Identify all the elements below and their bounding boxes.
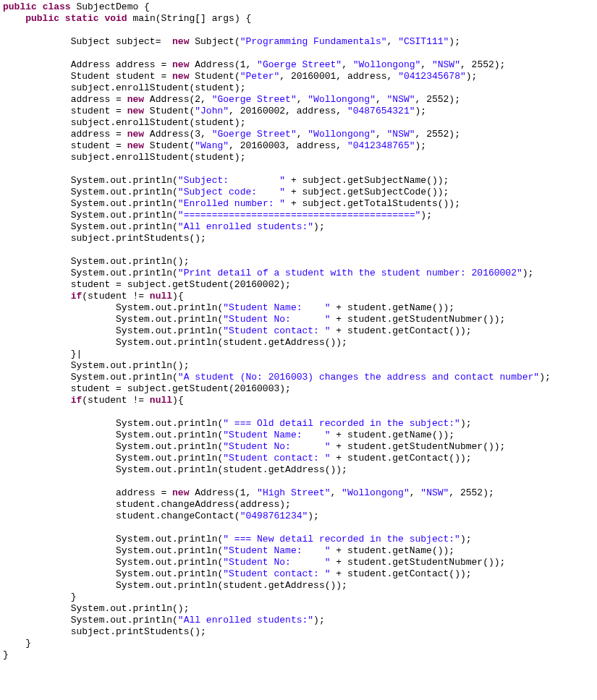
code-line: System.out.println("====================… [71, 210, 432, 221]
code-line: System.out.println("All enrolled student… [71, 615, 325, 626]
code-line: } [25, 638, 31, 649]
code-line: public static void main(String[] args) { [25, 13, 251, 24]
code-line: System.out.println("Student contact: " +… [116, 325, 472, 336]
code-line: System.out.println("All enrolled student… [71, 221, 325, 232]
code-line: System.out.println("Subject: " + subject… [71, 175, 449, 186]
code-line: System.out.println("Student Name: " + st… [116, 430, 454, 440]
code-line: System.out.println(student.getAddress())… [116, 464, 347, 475]
code-block: public class SubjectDemo { public static… [0, 0, 597, 662]
code-line: student = subject.getStudent(20160003); [71, 383, 291, 394]
code-line: Address address = new Address(1, "Goerge… [71, 59, 506, 70]
code-line: } [71, 592, 77, 602]
code-line: subject.printStudents(); [71, 626, 206, 637]
code-line: student = subject.getStudent(20160002); [71, 279, 291, 290]
code-line: student = new Student("Wang", 20160003, … [71, 140, 427, 151]
code-line: System.out.println("Student No: " + stud… [116, 441, 505, 452]
code-line: subject.enrollStudent(student); [71, 117, 246, 128]
code-line: subject.enrollStudent(student); [71, 152, 246, 163]
code-line: System.out.println(); [71, 603, 190, 614]
code-line: Student student = new Student("Peter", 2… [71, 71, 478, 82]
code-line: System.out.println("A student (No: 20160… [71, 372, 551, 383]
code-line: System.out.println(student.getAddress())… [116, 580, 347, 591]
code-line: subject.printStudents(); [71, 233, 206, 244]
code-line: subject.enrollStudent(student); [71, 82, 246, 93]
code-line: System.out.println(" === Old detail reco… [116, 418, 472, 429]
code-line: }| [71, 349, 82, 359]
code-line: System.out.println(); [71, 256, 190, 267]
code-line: System.out.println("Subject code: " + su… [71, 187, 449, 197]
code-line: public class SubjectDemo { [3, 1, 150, 12]
code-line: address = new Address(1, "High Street", … [116, 487, 494, 498]
code-line: System.out.println("Student contact: " +… [116, 568, 472, 579]
code-line: System.out.println("Student contact: " +… [116, 453, 472, 464]
code-line: Subject subject= new Subject("Programmin… [71, 36, 460, 47]
code-line: System.out.println("Print detail of a st… [71, 268, 534, 278]
code-line: if(student != null){ [71, 291, 184, 302]
code-line: System.out.println("Student No: " + stud… [116, 557, 505, 568]
code-line: address = new Address(2, "Goerge Street"… [71, 94, 460, 105]
code-line: System.out.println("Student Name: " + st… [116, 545, 454, 556]
code-line: } [3, 649, 9, 660]
code-line: if(student != null){ [71, 395, 184, 406]
code-line: System.out.println("Enrolled number: " +… [71, 198, 460, 209]
code-line: student.changeContact("0498761234"); [116, 511, 319, 521]
code-line: System.out.println("Student Name: " + st… [116, 302, 454, 313]
code-line: System.out.println(" === New detail reco… [116, 534, 472, 545]
code-line: address = new Address(3, "Goerge Street"… [71, 129, 460, 140]
code-line: System.out.println(student.getAddress())… [116, 337, 347, 348]
code-line: System.out.println(); [71, 360, 190, 371]
code-line: student.changeAddress(address); [116, 499, 291, 510]
code-line: student = new Student("John", 20160002, … [71, 106, 427, 116]
code-line: System.out.println("Student No: " + stud… [116, 314, 505, 325]
